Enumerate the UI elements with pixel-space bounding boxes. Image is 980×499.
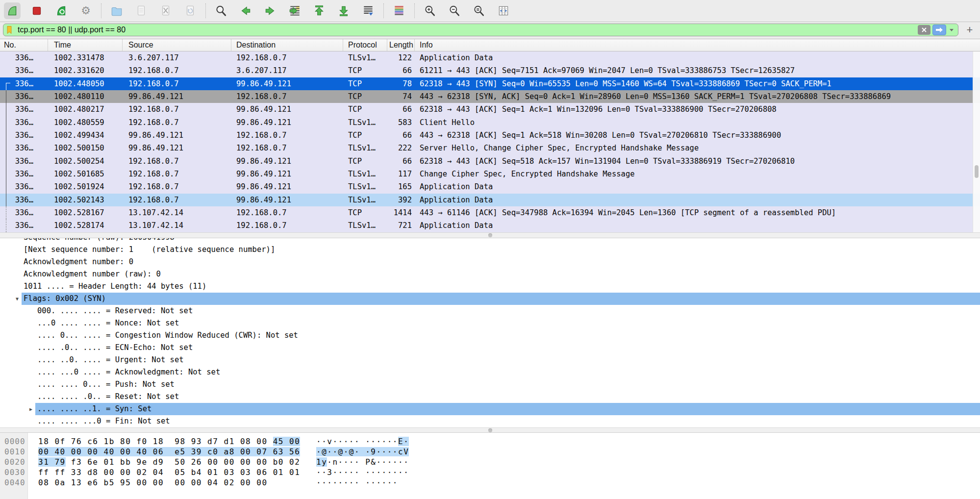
splitter-list-details[interactable] bbox=[0, 232, 980, 238]
resize-columns-icon bbox=[497, 4, 510, 17]
go-first-button[interactable] bbox=[311, 2, 327, 19]
stop-capture-icon bbox=[30, 4, 43, 17]
column-header-protocol[interactable]: Protocol bbox=[343, 39, 387, 51]
packet-row[interactable]: 336…1002.3314783.6.207.117192.168.0.7TLS… bbox=[0, 51, 980, 64]
add-filter-button[interactable]: + bbox=[963, 24, 976, 36]
detail-row[interactable]: .... 0... .... = Congestion Window Reduc… bbox=[0, 329, 980, 342]
packet-list-scrollbar[interactable] bbox=[973, 51, 980, 232]
packet-cell-protocol: TCP bbox=[343, 155, 387, 168]
packet-row[interactable]: 336…1002.52817413.107.42.14192.168.0.7TL… bbox=[0, 219, 980, 232]
packet-row[interactable]: 336…1002.502143192.168.0.799.86.49.121TL… bbox=[0, 194, 980, 206]
save-file-button[interactable] bbox=[133, 2, 150, 19]
packet-row[interactable]: 336…1002.500254192.168.0.799.86.49.121TC… bbox=[0, 155, 980, 168]
detail-text: Acknowledgment number (raw): 0 bbox=[22, 268, 980, 280]
go-to-packet-button[interactable] bbox=[286, 2, 303, 19]
indent bbox=[0, 268, 13, 280]
start-capture-button[interactable] bbox=[4, 2, 21, 19]
detail-row[interactable]: Acknowledgment number (raw): 0 bbox=[0, 268, 980, 280]
packet-row[interactable]: 336…1002.501924192.168.0.799.86.49.121TL… bbox=[0, 180, 980, 193]
packet-cell-info: Change Cipher Spec, Encrypted Handshake … bbox=[415, 168, 980, 180]
go-last-button[interactable] bbox=[335, 2, 352, 19]
go-forward-button[interactable] bbox=[262, 2, 278, 19]
packet-row[interactable]: 336…1002.48011099.86.49.121192.168.0.7TC… bbox=[0, 90, 980, 103]
packet-row[interactable]: 336…1002.480217192.168.0.799.86.49.121TC… bbox=[0, 103, 980, 116]
go-back-button[interactable] bbox=[237, 2, 254, 19]
packet-cell-length: 392 bbox=[387, 194, 415, 206]
resize-columns-button[interactable] bbox=[495, 2, 512, 19]
column-header-no[interactable]: No. bbox=[0, 39, 48, 51]
zoom-in-button[interactable] bbox=[422, 2, 438, 19]
column-header-destination[interactable]: Destination bbox=[231, 39, 343, 51]
packet-row[interactable]: 336…1002.480559192.168.0.799.86.49.121TL… bbox=[0, 116, 980, 129]
conversation-rail bbox=[6, 219, 10, 232]
packet-cell-source: 3.6.207.117 bbox=[123, 51, 231, 64]
detail-row[interactable]: .... .... ...0 = Fin: Not set bbox=[0, 415, 980, 427]
detail-row[interactable]: [Next sequence number: 1 (relative seque… bbox=[0, 244, 980, 256]
packet-cell-protocol: TCP bbox=[343, 206, 387, 219]
reload-file-button[interactable] bbox=[182, 2, 199, 19]
apply-filter-icon[interactable] bbox=[932, 25, 946, 35]
capture-options-button[interactable]: ⚙ bbox=[77, 2, 94, 19]
detail-row[interactable]: .... .... .0.. = Reset: Not set bbox=[0, 391, 980, 403]
close-file-button[interactable] bbox=[157, 2, 174, 19]
find-packet-button[interactable] bbox=[213, 2, 229, 19]
packet-cell-time: 1002.501685 bbox=[48, 168, 123, 180]
splitter-details-bytes[interactable] bbox=[0, 427, 980, 433]
detail-row[interactable]: .... ..0. .... = Urgent: Not set bbox=[0, 354, 980, 366]
stop-capture-button[interactable] bbox=[28, 2, 45, 19]
zoom-out-icon bbox=[448, 4, 461, 17]
conversation-rail bbox=[6, 116, 10, 129]
packet-list-header: No.TimeSourceDestinationProtocolLengthIn… bbox=[0, 39, 980, 51]
hex-row[interactable]: 002031 79 f3 6e 01 bb 9e d9 50 26 00 00 … bbox=[0, 457, 980, 467]
packet-row[interactable]: 336…1002.448050192.168.0.799.86.49.121TC… bbox=[0, 77, 980, 90]
packet-row[interactable]: 336…1002.50015099.86.49.121192.168.0.7TL… bbox=[0, 142, 980, 154]
column-header-info[interactable]: Info bbox=[415, 39, 980, 51]
packet-row[interactable]: 336…1002.52816713.107.42.14192.168.0.7TC… bbox=[0, 206, 980, 219]
hex-row[interactable]: 000018 0f 76 c6 1b 80 f0 18 98 93 d7 d1 … bbox=[0, 436, 980, 447]
display-filter-input[interactable] bbox=[15, 25, 916, 34]
detail-text: .... .... 0... = Push: Not set bbox=[35, 378, 980, 391]
detail-row[interactable]: .... ...0 .... = Acknowledgment: Not set bbox=[0, 366, 980, 378]
column-header-time[interactable]: Time bbox=[48, 39, 123, 51]
colorize-packets-button[interactable] bbox=[391, 2, 407, 19]
detail-row[interactable]: Acknowledgment number: 0 bbox=[0, 256, 980, 268]
detail-row[interactable]: 000. .... .... = Reserved: Not set bbox=[0, 305, 980, 317]
packet-cell-info: 443 → 62318 [SYN, ACK] Seq=0 Ack=1 Win=2… bbox=[415, 90, 980, 103]
expander-open-icon[interactable]: ▼ bbox=[13, 293, 22, 305]
packet-row[interactable]: 336…1002.49943499.86.49.121192.168.0.7TC… bbox=[0, 129, 980, 142]
expander-none bbox=[26, 354, 35, 366]
packet-row[interactable]: 336…1002.501685192.168.0.799.86.49.121TL… bbox=[0, 168, 980, 180]
column-header-source[interactable]: Source bbox=[123, 39, 231, 51]
detail-row[interactable]: .... .0.. .... = ECN-Echo: Not set bbox=[0, 342, 980, 354]
packet-cell-length: 165 bbox=[387, 180, 415, 193]
hex-row[interactable]: 004008 0a 13 e6 b5 95 00 00 00 00 04 02 … bbox=[0, 477, 980, 488]
detail-text: ...0 .... .... = Nonce: Not set bbox=[35, 317, 980, 329]
detail-row[interactable]: .... .... 0... = Push: Not set bbox=[0, 378, 980, 391]
detail-row[interactable]: Sequence number (raw): 2605041998 bbox=[0, 238, 980, 244]
detail-row[interactable]: 1011 .... = Header Length: 44 bytes (11) bbox=[0, 280, 980, 293]
scrollbar-thumb[interactable] bbox=[975, 165, 979, 178]
detail-row[interactable]: ▶.... .... ..1. = Syn: Set bbox=[0, 403, 980, 415]
bookmark-icon[interactable] bbox=[5, 25, 15, 35]
packet-cell-source: 13.107.42.14 bbox=[123, 219, 231, 232]
expander-closed-icon[interactable]: ▶ bbox=[26, 403, 35, 415]
clear-filter-icon[interactable] bbox=[918, 25, 930, 35]
detail-row[interactable]: ...0 .... .... = Nonce: Not set bbox=[0, 317, 980, 329]
packet-cell-destination: 99.86.49.121 bbox=[231, 180, 343, 193]
hex-row[interactable]: 0030ff ff 33 d8 00 00 02 04 05 b4 01 03 … bbox=[0, 467, 980, 477]
packet-row[interactable]: 336…1002.331620192.168.0.73.6.207.117TCP… bbox=[0, 64, 980, 77]
restart-capture-button[interactable] bbox=[53, 2, 70, 19]
packet-cell-length: 78 bbox=[387, 77, 415, 90]
detail-row[interactable]: ▼Flags: 0x002 (SYN) bbox=[0, 293, 980, 305]
column-header-length[interactable]: Length bbox=[387, 39, 415, 51]
display-filter-field[interactable] bbox=[3, 24, 958, 36]
hex-selected-bytes: 31 79 bbox=[38, 457, 66, 467]
zoom-100-button[interactable] bbox=[471, 2, 487, 19]
hex-row[interactable]: 001000 40 00 00 40 00 40 06 e5 39 c0 a8 … bbox=[0, 447, 980, 457]
auto-scroll-button[interactable] bbox=[360, 2, 377, 19]
hex-ascii: ··v····· ······E· bbox=[316, 436, 409, 447]
packet-cell-destination: 99.86.49.121 bbox=[231, 103, 343, 116]
open-file-button[interactable] bbox=[108, 2, 125, 19]
dropdown-icon[interactable] bbox=[947, 25, 956, 35]
zoom-out-button[interactable] bbox=[446, 2, 463, 19]
